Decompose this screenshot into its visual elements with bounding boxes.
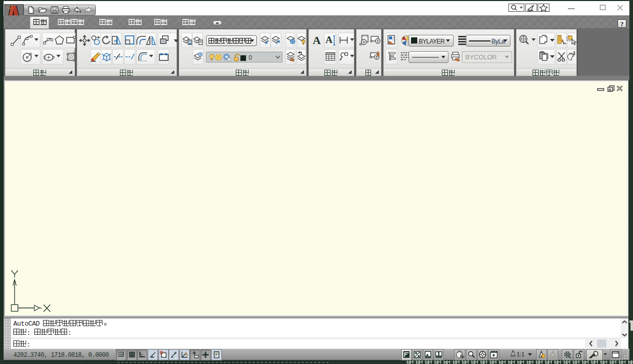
- svg-text:0: 0: [249, 54, 252, 61]
- svg-text:1:1: 1:1: [517, 351, 524, 357]
